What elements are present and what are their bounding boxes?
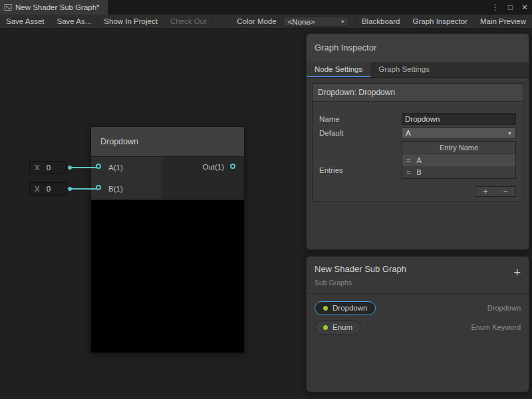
blackboard-subtitle: Sub Graphs: [315, 279, 521, 287]
drag-handle-icon[interactable]: =: [406, 168, 410, 176]
node-header[interactable]: Dropdown: [91, 127, 244, 157]
shader-graph-window: New Shader Sub Graph* ⋮ □ ✕ Save Asset S…: [0, 0, 532, 399]
chevron-down-icon: ▼: [507, 131, 512, 136]
default-dropdown[interactable]: A ▼: [402, 127, 516, 139]
property-dot-icon: [323, 325, 328, 330]
node-input-column: A(1) B(1): [91, 157, 162, 200]
axis-label: X: [35, 185, 40, 193]
slot-value-b[interactable]: 0: [47, 185, 51, 193]
tab-graph-settings[interactable]: Graph Settings: [370, 62, 438, 77]
node-settings-section: Dropdown: Dropdown Name Default A ▼ Entr…: [312, 83, 523, 202]
section-body: Name Default A ▼ Entries Entry Name = A …: [313, 102, 523, 201]
blackboard-rows: Dropdown Dropdown Enum Enum Keyword: [307, 294, 529, 346]
add-property-button[interactable]: +: [513, 267, 521, 279]
default-dropdown-value: A: [406, 129, 411, 137]
entry-name: A: [416, 156, 421, 164]
title-bar: New Shader Sub Graph* ⋮ □ ✕: [0, 0, 532, 15]
show-in-project-button[interactable]: Show In Project: [98, 15, 164, 28]
dropdown-node[interactable]: Dropdown A(1) B(1) Out(1): [90, 126, 245, 353]
document-tab-title: New Shader Sub Graph*: [15, 3, 100, 11]
save-asset-button[interactable]: Save Asset: [0, 15, 51, 28]
node-body: A(1) B(1) Out(1): [91, 157, 244, 200]
color-mode-value: <None>: [288, 18, 315, 26]
entries-list-footer: + −: [475, 186, 516, 197]
maximize-icon[interactable]: □: [508, 3, 513, 12]
name-field-input[interactable]: [402, 113, 516, 125]
default-field-label: Default: [319, 129, 343, 137]
blackboard-header: New Shader Sub Graph Sub Graphs +: [307, 257, 529, 294]
save-as-button[interactable]: Save As...: [51, 15, 98, 28]
edge-a[interactable]: [71, 167, 97, 168]
property-dot-icon: [323, 306, 328, 311]
blackboard-item-enum[interactable]: Enum: [315, 321, 361, 334]
entries-row[interactable]: = B: [402, 166, 515, 178]
blackboard-panel: New Shader Sub Graph Sub Graphs + Dropdo…: [306, 256, 529, 392]
toolbar: Save Asset Save As... Show In Project Ch…: [0, 15, 532, 29]
chevron-down-icon: ▼: [340, 19, 345, 24]
blackboard-item-dropdown[interactable]: Dropdown: [315, 301, 376, 315]
blackboard-item-type: Dropdown: [487, 304, 521, 312]
entries-list: Entry Name = A = B: [402, 141, 516, 179]
remove-entry-button[interactable]: −: [495, 187, 515, 196]
blackboard-toggle-button[interactable]: Blackboard: [355, 15, 406, 28]
add-entry-button[interactable]: +: [475, 187, 495, 196]
window-menu-icon[interactable]: ⋮: [491, 3, 499, 12]
blackboard-item-label: Dropdown: [332, 304, 367, 312]
inspector-title: Graph Inspector: [315, 43, 376, 53]
check-out-button: Check Out: [164, 15, 213, 28]
graph-inspector-panel: Graph Inspector Node Settings Graph Sett…: [306, 33, 529, 250]
blackboard-item-label: Enum: [332, 323, 352, 331]
input-a-label: A(1): [108, 164, 123, 172]
close-icon[interactable]: ✕: [521, 3, 528, 12]
blackboard-item-type: Enum Keyword: [471, 323, 521, 331]
blackboard-title: New Shader Sub Graph: [315, 264, 521, 274]
graph-inspector-toggle-button[interactable]: Graph Inspector: [406, 15, 473, 28]
input-b-label: B(1): [108, 185, 123, 193]
slot-field-b[interactable]: X 0: [29, 182, 66, 196]
output-label: Out(1): [202, 163, 224, 171]
edge-b[interactable]: [71, 188, 97, 190]
color-mode-dropdown[interactable]: <None> ▼: [283, 17, 348, 27]
node-title: Dropdown: [100, 137, 138, 146]
entries-list-header: Entry Name: [402, 142, 515, 154]
output-port-out[interactable]: [230, 164, 235, 169]
entries-row[interactable]: = A: [402, 154, 515, 166]
input-port-a[interactable]: [96, 164, 101, 169]
input-port-row: B(1): [91, 178, 162, 200]
inspector-tabs: Node Settings Graph Settings: [307, 62, 529, 78]
section-title: Dropdown: Dropdown: [313, 84, 523, 102]
blackboard-row: Dropdown Dropdown: [315, 301, 521, 315]
shader-graph-icon: [4, 3, 12, 11]
tab-node-settings[interactable]: Node Settings: [307, 62, 370, 77]
slot-field-a[interactable]: X 0: [29, 161, 66, 174]
window-controls: ⋮ □ ✕: [491, 0, 528, 15]
blackboard-row: Enum Enum Keyword: [315, 320, 521, 334]
inspector-header: Graph Inspector: [307, 34, 529, 62]
entry-name: B: [416, 168, 421, 176]
input-port-b[interactable]: [96, 185, 101, 190]
slot-value-a[interactable]: 0: [47, 164, 51, 172]
toolbar-right-group: Blackboard Graph Inspector Main Preview: [355, 15, 532, 28]
node-preview: [91, 200, 244, 352]
entries-field-label: Entries: [319, 166, 343, 174]
document-tab[interactable]: New Shader Sub Graph*: [0, 0, 108, 15]
drag-handle-icon[interactable]: =: [406, 156, 410, 164]
input-port-row: A(1): [91, 157, 162, 178]
color-mode-label: Color Mode: [231, 15, 281, 28]
main-preview-toggle-button[interactable]: Main Preview: [473, 15, 532, 28]
axis-label: X: [35, 164, 40, 172]
name-field-label: Name: [319, 115, 340, 123]
